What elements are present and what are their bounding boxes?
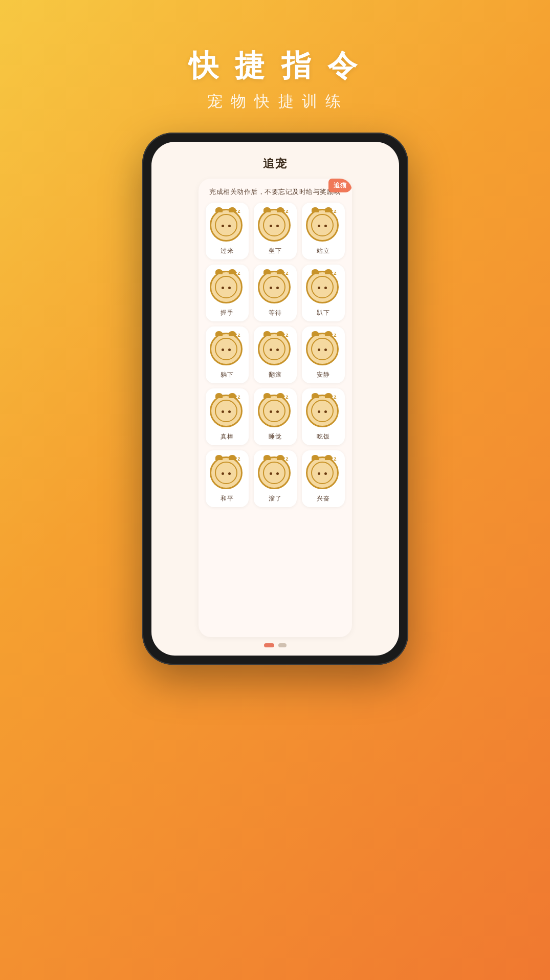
list-item[interactable]: z z 过来 (206, 203, 249, 259)
item-label: 翻滚 (269, 371, 282, 379)
item-label: 躺下 (221, 371, 234, 379)
item-label: 坐下 (269, 247, 282, 255)
item-label: 溜了 (269, 494, 282, 503)
list-item[interactable]: z z 吃饭 (302, 388, 345, 445)
card-notice: 完成相关动作后，不要忘记及时给与奖励哦 (209, 188, 341, 195)
pet-icon: z z (258, 333, 293, 367)
list-item[interactable]: z z 真棒 (206, 388, 249, 445)
item-label: 睡觉 (269, 432, 282, 441)
pet-icon: z z (306, 271, 341, 306)
item-label: 兴奋 (317, 494, 330, 503)
page-title: 快 捷 指 令 (189, 46, 361, 86)
item-label: 等待 (269, 309, 282, 317)
item-label: 握手 (221, 309, 234, 317)
pet-icon: z z (258, 209, 293, 244)
pet-icon: z z (258, 271, 293, 306)
pet-icon: z z (258, 456, 293, 491)
pet-icon: z z (210, 456, 245, 491)
card-header: 完成相关动作后，不要忘记及时给与奖励哦 追猫 (206, 187, 345, 197)
list-item[interactable]: z z 溜了 (254, 450, 297, 507)
item-label: 安静 (317, 371, 330, 379)
item-label: 趴下 (317, 309, 330, 317)
pagination-dot-active[interactable] (264, 643, 274, 647)
commands-grid: z z 过来 z (206, 203, 345, 507)
screen-title: 追宠 (263, 156, 288, 171)
item-label: 站立 (317, 247, 330, 255)
pagination (264, 643, 287, 647)
list-item[interactable]: z z 站立 (302, 203, 345, 259)
pet-icon: z z (258, 395, 293, 429)
pet-icon: z z (210, 333, 245, 367)
item-label: 吃饭 (317, 432, 330, 441)
pet-icon: z z (210, 271, 245, 306)
list-item[interactable]: z z 安静 (302, 326, 345, 383)
pet-icon: z z (306, 456, 341, 491)
tag-badge[interactable]: 追猫 (328, 179, 352, 192)
pagination-dot-inactive[interactable] (278, 643, 287, 647)
list-item[interactable]: z z 睡觉 (254, 388, 297, 445)
item-label: 过来 (221, 247, 234, 255)
pet-icon: z z (210, 395, 245, 429)
list-item[interactable]: z z 趴下 (302, 265, 345, 321)
list-item[interactable]: z z 等待 (254, 265, 297, 321)
list-item[interactable]: z z 握手 (206, 265, 249, 321)
page-subtitle: 宠 物 快 捷 训 练 (189, 91, 361, 112)
phone-screen: 追宠 完成相关动作后，不要忘记及时给与奖励哦 追猫 z z (151, 142, 399, 656)
phone-mockup: 追宠 完成相关动作后，不要忘记及时给与奖励哦 追猫 z z (142, 133, 408, 665)
pet-icon: z z (306, 209, 341, 244)
pet-icon: z z (306, 395, 341, 429)
list-item[interactable]: z z 翻滚 (254, 326, 297, 383)
item-label: 和平 (221, 494, 234, 503)
list-item[interactable]: z z 和平 (206, 450, 249, 507)
list-item[interactable]: z z 兴奋 (302, 450, 345, 507)
list-item[interactable]: z z 躺下 (206, 326, 249, 383)
item-label: 真棒 (221, 432, 234, 441)
pet-icon: z z (210, 209, 245, 244)
pet-icon: z z (306, 333, 341, 367)
list-item[interactable]: z z 坐下 (254, 203, 297, 259)
content-card: 完成相关动作后，不要忘记及时给与奖励哦 追猫 z z (199, 179, 352, 637)
page-header: 快 捷 指 令 宠 物 快 捷 训 练 (189, 46, 361, 112)
